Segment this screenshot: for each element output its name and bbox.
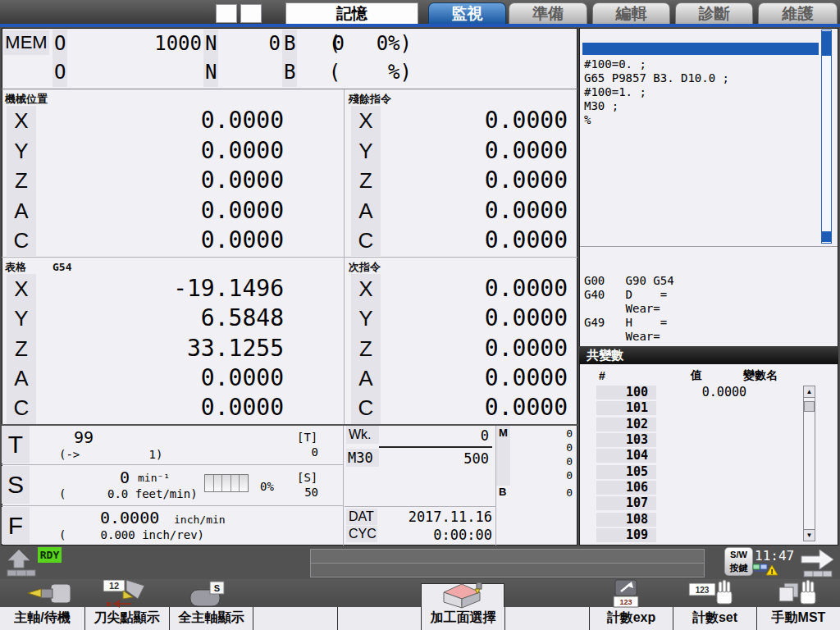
feed-rate: 0.0000: [100, 508, 159, 527]
axis-value: 0.0000: [82, 106, 284, 135]
axis-value: 0.0000: [366, 196, 568, 226]
var-row-number[interactable]: 104: [596, 449, 656, 463]
tab-monitor[interactable]: 監視: [428, 2, 506, 25]
var-row-number[interactable]: 106: [596, 481, 656, 495]
spindle-letter: S: [2, 466, 30, 504]
operation-mode-badge: MEM: [3, 30, 49, 55]
var-col-value: 值: [691, 368, 702, 383]
tool-next: (-> 1): [59, 448, 162, 461]
tool-number: 99: [74, 427, 94, 447]
var-scroll-down-icon[interactable]: ▼: [803, 529, 815, 541]
s-output-value: 50: [295, 486, 318, 499]
var-row-number[interactable]: 102: [596, 418, 656, 431]
program-o-label: O: [54, 34, 66, 53]
feed-unit: inch/min: [174, 514, 226, 526]
var-row-number[interactable]: 100: [596, 386, 656, 399]
tab-diagnosis[interactable]: 診斷: [675, 2, 753, 25]
tsf-top-border: [2, 424, 578, 426]
work-count-line: [379, 446, 492, 448]
axis-label: X: [7, 274, 36, 304]
program-highlight-row[interactable]: [582, 43, 819, 55]
program-number: 1000: [98, 34, 202, 53]
section-title-next-command: 次指令: [349, 260, 381, 275]
tab-underline: [0, 24, 840, 27]
axis-label: A: [7, 196, 36, 226]
section-title-remaining-command: 殘餘指令: [349, 92, 391, 107]
machining-face-icon: [437, 581, 490, 609]
common-variable-header: 共變數: [579, 346, 838, 364]
info-divider: [2, 89, 578, 89]
tab-setup[interactable]: 準備: [509, 2, 587, 25]
var-row-number[interactable]: 107: [596, 496, 656, 510]
s-output-tag: [S]: [297, 471, 317, 484]
m30-count-label: M30: [346, 449, 379, 467]
var-row-number[interactable]: 109: [596, 528, 656, 542]
axis-label: Y: [7, 136, 36, 166]
cycle-time-label: CYC: [346, 526, 377, 542]
axis-value: 0.0000: [366, 166, 568, 195]
softkey-tool-tip-display[interactable]: 刀尖點顯示: [85, 609, 168, 627]
axis-value: 0.0000: [366, 363, 568, 393]
softkey-counter-set[interactable]: 計數set: [673, 609, 756, 627]
program-scrollbar-track[interactable]: [821, 30, 832, 244]
spindle-speed: 0: [120, 468, 130, 487]
menu-next-icon[interactable]: [798, 547, 836, 578]
modal-line: G00 G90 G54: [584, 274, 674, 288]
axis-value: 0.0000: [366, 304, 568, 333]
axis-value: 0.0000: [82, 363, 284, 393]
axis-value: 0.0000: [366, 334, 568, 363]
axis-value: 0.0000: [82, 136, 284, 166]
var-row-number[interactable]: 108: [596, 513, 656, 527]
var-scrollbar-thumb[interactable]: [804, 401, 815, 412]
var-col-name: 變數名: [743, 368, 778, 383]
axis-value: -19.1496: [82, 274, 284, 304]
b-code-label: B: [499, 486, 506, 498]
var-row-number[interactable]: 103: [596, 433, 656, 447]
softkey-spindle-standby[interactable]: 主軸/待機: [1, 609, 84, 627]
ready-status-badge: RDY: [38, 547, 62, 563]
spindle-feet: ( 0.0 feet/min): [59, 487, 198, 500]
sw-button-line1: S/W: [730, 550, 747, 559]
t-output-value: 0: [302, 445, 318, 459]
axis-value: 6.5848: [82, 304, 284, 333]
program-line: G65 P9857 B3. D10.0 ;: [584, 71, 729, 85]
tsf-right-border: [343, 426, 344, 546]
axis-value: 0.0000: [366, 106, 568, 135]
softkey-all-spindles[interactable]: 全主軸顯示: [170, 609, 253, 627]
spindle-load-meter: [204, 474, 249, 492]
var-row-number[interactable]: 105: [596, 465, 656, 479]
work-offset-g54: G54: [52, 261, 71, 273]
axis-value: 0.0000: [82, 196, 284, 226]
var-row-number[interactable]: 101: [596, 401, 656, 415]
axis-label: Z: [7, 166, 36, 195]
tab-maintenance[interactable]: 維護: [758, 2, 838, 25]
sequence-n-label: N: [205, 34, 217, 53]
b-code-value: 0: [548, 486, 573, 499]
axis-value: 0.0000: [366, 393, 568, 422]
softkey-separator: [504, 607, 505, 630]
section-title-table: 表格: [5, 260, 26, 275]
softkey-machining-face[interactable]: 加工面選擇: [422, 609, 504, 627]
softkey-separator: [337, 607, 338, 630]
sequence-n-label-2: N: [205, 62, 217, 82]
menu-page-box-1: [216, 4, 237, 23]
axis-value: 0.0000: [82, 166, 284, 195]
axis-value: 0.0000: [82, 226, 284, 255]
axis-value: 33.1255: [82, 334, 284, 363]
modal-line: G40 D =: [584, 288, 667, 302]
sw-keyboard-button[interactable]: S/W按鍵: [724, 547, 753, 576]
menu-back-icon[interactable]: [5, 547, 36, 578]
axis-label: X: [7, 106, 36, 135]
softkey-manual-mst[interactable]: 手動MST: [757, 609, 840, 627]
menu-page-box-2: [240, 4, 262, 23]
tab-edit[interactable]: 編輯: [592, 2, 670, 25]
program-scrollbar-bottom[interactable]: [822, 231, 831, 242]
var-scroll-up-icon[interactable]: ▲: [803, 386, 815, 398]
cycle-time-value: 0:00:00: [377, 527, 492, 543]
program-scrollbar-thumb[interactable]: [822, 31, 831, 56]
section-title-machine-position: 機械位置: [5, 92, 48, 107]
var-row-value[interactable]: 0.0000: [669, 386, 746, 399]
m-code-value: 0: [548, 427, 573, 440]
section-divider-horizontal: [2, 257, 578, 258]
softkey-counter-exp[interactable]: 計數exp: [590, 609, 673, 627]
